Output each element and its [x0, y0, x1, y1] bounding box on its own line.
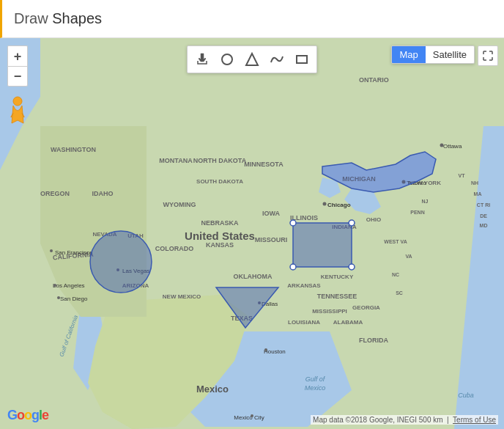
svg-text:NC: NC	[392, 272, 399, 277]
map-type-map-button[interactable]: Map	[392, 46, 425, 63]
svg-text:VA: VA	[405, 254, 412, 259]
svg-text:KENTUCKY: KENTUCKY	[321, 274, 354, 280]
svg-text:NEBRASKA: NEBRASKA	[201, 219, 239, 227]
svg-point-74	[90, 231, 152, 293]
svg-point-77	[290, 220, 296, 226]
svg-point-81	[13, 97, 22, 106]
page-header: Draw Shapes	[0, 0, 504, 38]
svg-text:LOUISIANA: LOUISIANA	[288, 319, 320, 326]
svg-point-82	[222, 54, 232, 65]
svg-text:San Francisco: San Francisco	[55, 249, 93, 256]
svg-text:COLORADO: COLORADO	[155, 245, 194, 252]
svg-text:VT: VT	[459, 173, 466, 178]
svg-point-69	[264, 348, 267, 351]
map-type-toggle: Map Satellite	[391, 45, 475, 64]
svg-text:TENNESSEE: TENNESSEE	[317, 293, 357, 300]
svg-text:Chicago: Chicago	[327, 202, 351, 208]
pan-tool-button[interactable]	[192, 49, 212, 70]
svg-text:CT RI: CT RI	[477, 202, 490, 208]
svg-rect-76	[293, 223, 352, 267]
circle-tool-button[interactable]	[217, 49, 237, 70]
svg-text:MISSOURI: MISSOURI	[255, 236, 288, 243]
svg-text:NH: NH	[471, 180, 478, 186]
svg-text:WYOMING: WYOMING	[163, 201, 196, 208]
map-type-satellite-button[interactable]: Satellite	[426, 46, 474, 63]
svg-text:Mexico: Mexico	[196, 384, 229, 395]
svg-text:MD: MD	[480, 223, 488, 228]
svg-point-79	[349, 264, 355, 270]
svg-text:Cuba: Cuba	[458, 392, 474, 399]
svg-text:MA: MA	[474, 191, 482, 197]
svg-text:KANSAS: KANSAS	[206, 241, 234, 249]
polyline-tool-button[interactable]	[267, 49, 287, 70]
rectangle-tool-button[interactable]	[292, 49, 312, 70]
svg-rect-84	[297, 56, 307, 63]
svg-text:Mexico: Mexico	[305, 384, 326, 392]
svg-text:MISSISSIPPI: MISSISSIPPI	[312, 308, 347, 315]
svg-text:NEW MEXICO: NEW MEXICO	[163, 293, 201, 300]
map-container[interactable]: WASHINGTON OREGON IDAHO CALIFORNIA NEVAD…	[0, 38, 504, 429]
svg-text:MINNESOTA: MINNESOTA	[244, 161, 284, 168]
svg-text:IDAHO: IDAHO	[92, 190, 114, 197]
svg-text:PENN: PENN	[410, 210, 424, 215]
svg-text:MONTANA: MONTANA	[159, 157, 193, 164]
svg-text:Ottawa: Ottawa	[443, 143, 462, 150]
marker-tool-button[interactable]	[242, 49, 262, 70]
pegman-icon[interactable]	[7, 95, 28, 126]
svg-marker-83	[246, 54, 258, 65]
svg-text:OHIO: OHIO	[366, 216, 381, 223]
draw-toolbar	[187, 45, 317, 73]
svg-point-73	[251, 414, 253, 417]
svg-text:ARKANSAS: ARKANSAS	[287, 282, 321, 289]
svg-text:United States: United States	[185, 230, 255, 242]
zoom-in-button[interactable]: +	[7, 45, 28, 66]
google-logo: Google	[7, 408, 48, 423]
svg-point-78	[349, 220, 355, 226]
svg-point-68	[323, 202, 327, 206]
svg-text:DE: DE	[480, 213, 487, 219]
svg-text:Los Angeles: Los Angeles	[53, 282, 85, 289]
svg-text:NJ: NJ	[422, 199, 429, 204]
svg-text:IOWA: IOWA	[262, 210, 280, 217]
svg-text:ONTARIO: ONTARIO	[359, 76, 389, 84]
svg-text:SC: SC	[396, 290, 403, 296]
svg-text:OREGON: OREGON	[40, 190, 70, 197]
map-background: WASHINGTON OREGON IDAHO CALIFORNIA NEVAD…	[0, 38, 504, 429]
svg-text:GEORGIA: GEORGIA	[352, 304, 380, 311]
svg-point-64	[50, 249, 53, 252]
svg-point-80	[290, 264, 296, 270]
svg-text:OKLAHOMA: OKLAHOMA	[234, 273, 273, 280]
page-title: Draw Shapes	[14, 10, 102, 27]
svg-text:San Diego: San Diego	[60, 296, 88, 302]
page-wrapper: Draw Shapes	[0, 0, 504, 429]
svg-point-66	[57, 296, 60, 299]
fullscreen-button[interactable]	[478, 45, 498, 66]
svg-text:FLORIDA: FLORIDA	[359, 337, 388, 344]
zoom-out-button[interactable]: −	[7, 66, 28, 87]
svg-text:Mexico City: Mexico City	[234, 414, 264, 421]
zoom-controls: + −	[7, 45, 28, 87]
svg-text:NORTH DAKOTA: NORTH DAKOTA	[193, 157, 247, 164]
map-attribution: Map data ©2018 Google, INEGI 500 km | Te…	[311, 415, 498, 425]
svg-text:SOUTH DAKOTA: SOUTH DAKOTA	[196, 178, 243, 185]
svg-point-65	[53, 284, 56, 287]
svg-point-71	[440, 144, 444, 147]
svg-text:Gulf of: Gulf of	[305, 375, 326, 383]
svg-text:ALABAMA: ALABAMA	[333, 319, 363, 326]
svg-text:WASHINGTON: WASHINGTON	[51, 146, 96, 153]
svg-text:WEST VA: WEST VA	[384, 239, 407, 244]
